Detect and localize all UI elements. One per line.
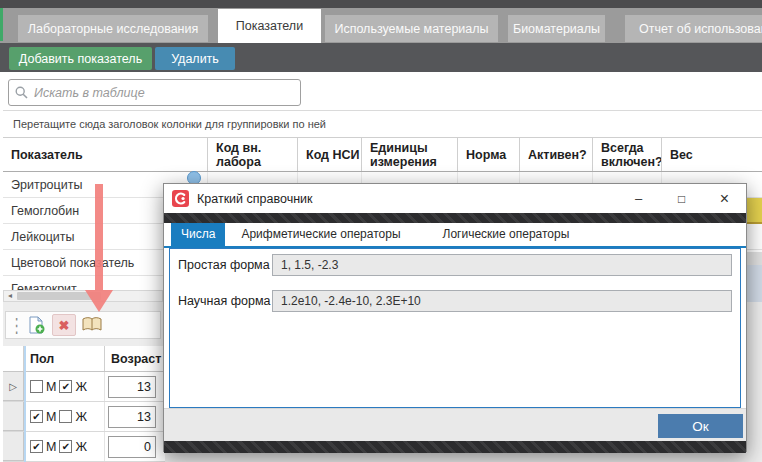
scrollbar-left-arrow[interactable]: ◂ bbox=[4, 291, 16, 301]
column-header-weight[interactable]: Вес bbox=[662, 138, 762, 171]
dialog-tab-logical-operators[interactable]: Логические операторы bbox=[433, 223, 580, 246]
male-checkbox[interactable]: ✔ bbox=[30, 410, 43, 423]
dialog-footer: Ок bbox=[164, 408, 746, 441]
highlighted-cell bbox=[747, 198, 762, 224]
row-indicator bbox=[3, 432, 24, 461]
group-by-panel[interactable]: Перетащите сюда заголовок колонки для гр… bbox=[3, 110, 762, 138]
column-header-indicator[interactable]: Показатель bbox=[3, 138, 208, 171]
age-input[interactable]: 0 bbox=[108, 436, 156, 458]
tab-usage-report[interactable]: Отчет об использован bbox=[625, 15, 762, 42]
gender-row[interactable]: ✔ М Ж 13 bbox=[3, 402, 165, 432]
female-checkbox[interactable]: ✔ bbox=[59, 380, 72, 393]
horizontal-scrollbar[interactable]: ◂ bbox=[3, 290, 163, 302]
gender-row[interactable]: ✔ М ✔ Ж 0 bbox=[3, 432, 165, 462]
tab-label: Биоматериалы bbox=[513, 22, 600, 36]
add-record-icon bbox=[27, 316, 45, 334]
dialog-tab-bar: Числа Арифметические операторы Логически… bbox=[164, 223, 746, 248]
dialog-tab-arithmetic-operators[interactable]: Арифметические операторы bbox=[231, 223, 410, 246]
male-checkbox[interactable]: ✔ bbox=[30, 440, 43, 453]
dialog-top-stripe bbox=[164, 213, 746, 223]
tab-used-materials[interactable]: Используемые материалы bbox=[325, 15, 498, 42]
column-header-units[interactable]: Единицы измерения bbox=[362, 138, 458, 171]
reference-book-button[interactable] bbox=[80, 314, 104, 336]
column-header-always-included[interactable]: Всегда включен? bbox=[593, 138, 662, 171]
dialog-title-bar[interactable]: Краткий справочник – □ × bbox=[164, 184, 746, 213]
female-label: Ж bbox=[75, 410, 87, 424]
row-indicator bbox=[3, 402, 24, 431]
female-checkbox[interactable]: ✔ bbox=[59, 440, 72, 453]
column-header-gender[interactable]: Пол bbox=[24, 346, 105, 371]
column-header-internal-lab-code[interactable]: Код вн. лабора bbox=[208, 138, 298, 171]
tab-label: Отчет об использован bbox=[639, 22, 762, 36]
scientific-form-label: Научная форма bbox=[178, 294, 270, 308]
tab-label: Лабораторные исследования bbox=[28, 22, 199, 36]
current-row-indicator: ▷ bbox=[3, 372, 24, 401]
gender-table-header: Пол Возраст о bbox=[3, 346, 165, 372]
search-icon bbox=[15, 86, 28, 99]
male-label: М bbox=[46, 380, 56, 394]
group-by-hint: Перетащите сюда заголовок колонки для гр… bbox=[13, 118, 326, 130]
add-record-button[interactable] bbox=[24, 314, 48, 336]
column-header-age[interactable]: Возраст о bbox=[105, 346, 165, 371]
main-table-header: Показатель Код вн. лабора Код НСИ Единиц… bbox=[3, 138, 762, 172]
column-header-norm[interactable]: Норма bbox=[458, 138, 520, 171]
toolbar-drag-handle[interactable]: ⋮ bbox=[10, 314, 20, 337]
age-input[interactable]: 13 bbox=[108, 406, 156, 428]
minimize-button[interactable]: – bbox=[617, 184, 660, 213]
close-button[interactable]: × bbox=[703, 184, 746, 213]
row-indicator-header bbox=[3, 346, 24, 371]
main-toolbar: Добавить показатель Удалить bbox=[0, 43, 762, 72]
focused-column-stripe bbox=[24, 346, 26, 462]
tab-bar: Лабораторные исследования Показатели Исп… bbox=[0, 8, 762, 43]
book-icon bbox=[82, 317, 102, 333]
male-checkbox[interactable] bbox=[30, 380, 43, 393]
top-strip bbox=[0, 0, 762, 8]
app-logo-icon bbox=[172, 190, 189, 207]
female-label: Ж bbox=[75, 440, 87, 454]
male-label: М bbox=[46, 410, 56, 424]
search-input[interactable] bbox=[34, 86, 294, 100]
tab-indicators[interactable]: Показатели bbox=[218, 9, 321, 43]
background-row-sliver bbox=[747, 252, 762, 265]
simple-form-value[interactable]: 1, 1.5, -2.3 bbox=[272, 254, 732, 276]
gender-age-table: Пол Возраст о ▷ М ✔ Ж 13 ✔ М Ж 13 bbox=[3, 346, 165, 462]
tab-label: Показатели bbox=[236, 19, 303, 33]
delete-record-icon: ✖ bbox=[59, 318, 70, 333]
column-header-nsi-code[interactable]: Код НСИ bbox=[298, 138, 362, 171]
maximize-button[interactable]: □ bbox=[660, 184, 703, 213]
add-indicator-button[interactable]: Добавить показатель bbox=[9, 47, 152, 70]
female-label: Ж bbox=[75, 380, 87, 394]
app-window: Лабораторные исследования Показатели Исп… bbox=[0, 0, 762, 462]
annotation-arrow bbox=[95, 184, 103, 290]
simple-form-label: Простая форма bbox=[178, 258, 270, 272]
ok-button[interactable]: Ок bbox=[658, 414, 743, 438]
tab-biomaterials[interactable]: Биоматериалы bbox=[508, 15, 605, 42]
gender-row[interactable]: ▷ М ✔ Ж 13 bbox=[3, 372, 165, 402]
delete-button[interactable]: Удалить bbox=[155, 47, 235, 70]
tab-label: Используемые материалы bbox=[334, 22, 488, 36]
dialog-content: Простая форма 1, 1.5, -2.3 Научная форма… bbox=[169, 248, 741, 408]
mini-toolbar: ⋮ ✖ bbox=[5, 311, 161, 339]
annotation-arrow-head bbox=[85, 290, 113, 312]
age-input[interactable]: 13 bbox=[108, 376, 156, 398]
search-box[interactable] bbox=[8, 79, 301, 106]
dialog-title: Краткий справочник bbox=[197, 192, 313, 206]
green-edge-strip bbox=[0, 8, 3, 41]
scientific-form-value[interactable]: 1.2e10, -2.4e-10, 2.3E+10 bbox=[272, 290, 732, 312]
delete-record-button[interactable]: ✖ bbox=[52, 314, 76, 336]
tab-lab-research[interactable]: Лабораторные исследования bbox=[18, 15, 208, 42]
quick-reference-dialog: Краткий справочник – □ × Числа Арифметич… bbox=[163, 183, 747, 452]
dialog-tab-numbers[interactable]: Числа bbox=[171, 223, 225, 246]
column-header-active[interactable]: Активен? bbox=[520, 138, 593, 171]
dialog-bottom-stripe bbox=[164, 441, 746, 453]
female-checkbox[interactable] bbox=[59, 410, 72, 423]
male-label: М bbox=[46, 440, 56, 454]
